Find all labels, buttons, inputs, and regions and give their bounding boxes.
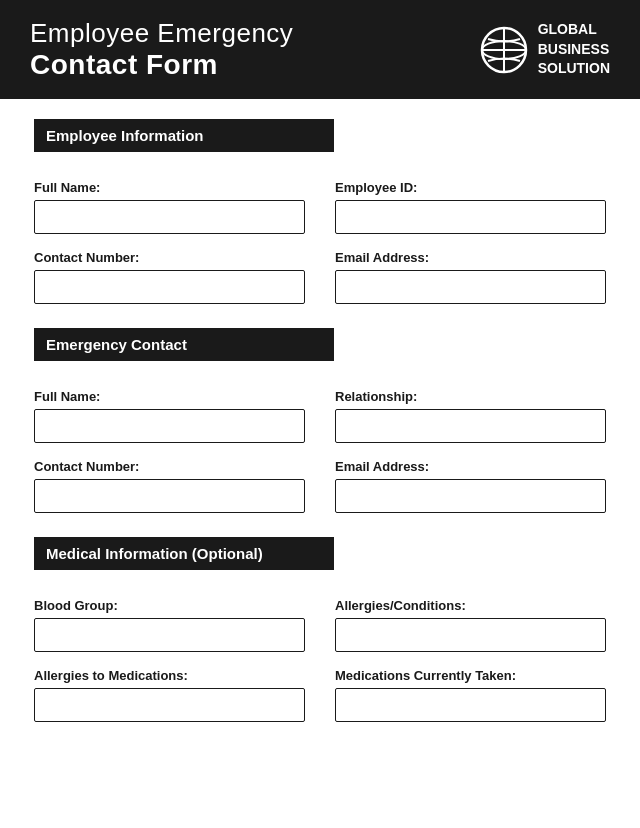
medical-row-1: Blood Group: Allergies/Conditions:: [34, 598, 606, 652]
content: Employee Information Full Name: Employee…: [0, 99, 640, 776]
ec-email-group: Email Address:: [335, 459, 606, 513]
contact-number-input[interactable]: [34, 270, 305, 304]
blood-group-label: Blood Group:: [34, 598, 305, 613]
employee-id-group: Employee ID:: [335, 180, 606, 234]
allergies-meds-input[interactable]: [34, 688, 305, 722]
blood-group-input[interactable]: [34, 618, 305, 652]
employee-id-input[interactable]: [335, 200, 606, 234]
globe-icon: [480, 26, 528, 74]
allergies-meds-group: Allergies to Medications:: [34, 668, 305, 722]
allergies-meds-label: Allergies to Medications:: [34, 668, 305, 683]
ec-contact-number-input[interactable]: [34, 479, 305, 513]
ec-relationship-group: Relationship:: [335, 389, 606, 443]
full-name-group: Full Name:: [34, 180, 305, 234]
emergency-row-1: Full Name: Relationship:: [34, 389, 606, 443]
emergency-contact-section: Emergency Contact Full Name: Relationshi…: [34, 328, 606, 513]
employee-row-2: Contact Number: Email Address:: [34, 250, 606, 304]
medical-info-section: Medical Information (Optional) Blood Gro…: [34, 537, 606, 722]
header-title: Employee Emergency Contact Form: [30, 18, 293, 81]
medical-info-header: Medical Information (Optional): [34, 537, 334, 570]
employee-row-1: Full Name: Employee ID:: [34, 180, 606, 234]
ec-relationship-label: Relationship:: [335, 389, 606, 404]
employee-info-header: Employee Information: [34, 119, 334, 152]
email-label: Email Address:: [335, 250, 606, 265]
company-name: GLOBAL BUSINESS SOLUTION: [538, 20, 610, 79]
meds-taken-label: Medications Currently Taken:: [335, 668, 606, 683]
header-logo: GLOBAL BUSINESS SOLUTION: [480, 20, 610, 79]
employee-info-section: Employee Information Full Name: Employee…: [34, 119, 606, 304]
employee-id-label: Employee ID:: [335, 180, 606, 195]
full-name-input[interactable]: [34, 200, 305, 234]
ec-contact-number-group: Contact Number:: [34, 459, 305, 513]
blood-group-group: Blood Group:: [34, 598, 305, 652]
ec-relationship-input[interactable]: [335, 409, 606, 443]
ec-email-label: Email Address:: [335, 459, 606, 474]
meds-taken-input[interactable]: [335, 688, 606, 722]
ec-contact-number-label: Contact Number:: [34, 459, 305, 474]
emergency-contact-header: Emergency Contact: [34, 328, 334, 361]
emergency-row-2: Contact Number: Email Address:: [34, 459, 606, 513]
ec-full-name-input[interactable]: [34, 409, 305, 443]
ec-email-input[interactable]: [335, 479, 606, 513]
full-name-label: Full Name:: [34, 180, 305, 195]
email-input[interactable]: [335, 270, 606, 304]
email-group: Email Address:: [335, 250, 606, 304]
header-title-line1: Employee Emergency: [30, 18, 293, 49]
page: Employee Emergency Contact Form GLOBAL B…: [0, 0, 640, 828]
header-title-line2: Contact Form: [30, 49, 293, 81]
contact-number-label: Contact Number:: [34, 250, 305, 265]
meds-taken-group: Medications Currently Taken:: [335, 668, 606, 722]
allergies-conditions-input[interactable]: [335, 618, 606, 652]
allergies-conditions-group: Allergies/Conditions:: [335, 598, 606, 652]
ec-full-name-group: Full Name:: [34, 389, 305, 443]
ec-full-name-label: Full Name:: [34, 389, 305, 404]
contact-number-group: Contact Number:: [34, 250, 305, 304]
allergies-conditions-label: Allergies/Conditions:: [335, 598, 606, 613]
header: Employee Emergency Contact Form GLOBAL B…: [0, 0, 640, 99]
medical-row-2: Allergies to Medications: Medications Cu…: [34, 668, 606, 722]
